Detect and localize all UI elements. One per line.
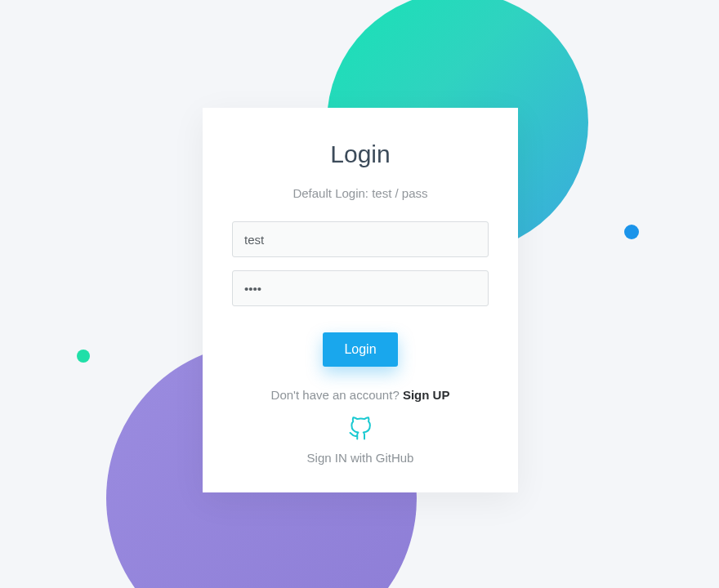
page-title: Login — [232, 140, 489, 168]
login-button[interactable]: Login — [323, 332, 397, 367]
signup-link[interactable]: Sign UP — [403, 388, 450, 402]
github-icon[interactable] — [348, 416, 373, 441]
username-input[interactable] — [232, 221, 489, 257]
signup-prompt: Don't have an account? — [271, 388, 403, 402]
bg-dot-blue — [624, 225, 639, 239]
password-input[interactable] — [232, 270, 489, 306]
github-signin-link[interactable]: Sign IN with GitHub — [232, 451, 489, 465]
login-card: Login Default Login: test / pass Login D… — [203, 108, 518, 492]
bg-dot-green — [77, 350, 90, 363]
signup-row: Don't have an account? Sign UP — [232, 388, 489, 402]
login-hint: Default Login: test / pass — [232, 186, 489, 200]
